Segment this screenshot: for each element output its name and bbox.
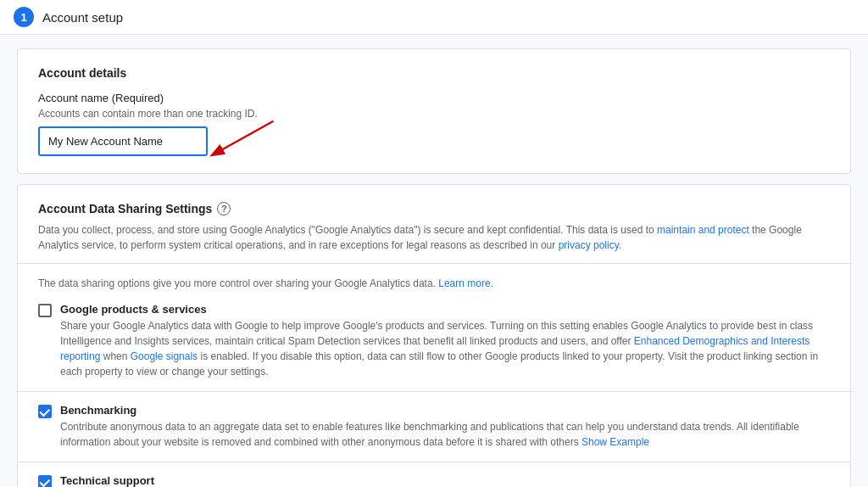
option-divider-1 bbox=[18, 391, 850, 392]
account-name-label: Account name (Required) bbox=[38, 92, 830, 104]
google-products-content: Google products & services Share your Go… bbox=[60, 303, 830, 379]
account-name-description: Accounts can contain more than one track… bbox=[38, 108, 830, 120]
page-header: 1 Account setup bbox=[0, 0, 868, 35]
account-name-input[interactable] bbox=[38, 126, 208, 156]
data-sharing-header: Account Data Sharing Settings ? bbox=[38, 202, 830, 216]
google-products-desc: Share your Google Analytics data with Go… bbox=[60, 318, 830, 379]
help-icon[interactable]: ? bbox=[217, 202, 231, 216]
account-details-title: Account details bbox=[38, 66, 830, 80]
google-products-checkbox[interactable] bbox=[38, 304, 52, 317]
show-example-link[interactable]: Show Example bbox=[581, 436, 649, 448]
option-benchmarking: Benchmarking Contribute anonymous data t… bbox=[38, 404, 830, 450]
learn-more-link[interactable]: Learn more. bbox=[438, 277, 493, 289]
google-products-title: Google products & services bbox=[60, 303, 830, 316]
benchmarking-desc: Contribute anonymous data to an aggregat… bbox=[60, 419, 830, 450]
data-sharing-title: Account Data Sharing Settings bbox=[38, 202, 212, 216]
benchmarking-checkbox[interactable] bbox=[38, 405, 52, 418]
privacy-policy-link[interactable]: privacy policy bbox=[559, 239, 619, 251]
account-details-card: Account details Account name (Required) … bbox=[17, 48, 851, 174]
svg-line-1 bbox=[216, 121, 274, 154]
red-arrow-indicator bbox=[199, 118, 284, 169]
sharing-intro: The data sharing options give you more c… bbox=[38, 276, 830, 291]
section-divider bbox=[18, 263, 850, 264]
technical-support-title: Technical support bbox=[60, 474, 830, 487]
page-title: Account setup bbox=[42, 10, 123, 25]
step-circle: 1 bbox=[14, 7, 34, 27]
google-signals-link[interactable]: Google signals bbox=[131, 350, 198, 362]
technical-support-content: Technical support Let Google technical s… bbox=[60, 474, 830, 487]
input-arrow-container bbox=[38, 126, 208, 156]
benchmarking-title: Benchmarking bbox=[60, 404, 830, 417]
option-google-products: Google products & services Share your Go… bbox=[38, 303, 830, 379]
sharing-description: Data you collect, process, and store usi… bbox=[38, 222, 830, 253]
main-content: Account details Account name (Required) … bbox=[0, 35, 868, 487]
technical-support-checkbox[interactable] bbox=[38, 475, 52, 487]
maintain-protect-link[interactable]: maintain and protect bbox=[657, 224, 749, 236]
benchmarking-content: Benchmarking Contribute anonymous data t… bbox=[60, 404, 830, 450]
option-technical-support: Technical support Let Google technical s… bbox=[38, 474, 830, 487]
data-sharing-card: Account Data Sharing Settings ? Data you… bbox=[17, 184, 851, 487]
option-divider-2 bbox=[18, 462, 850, 462]
